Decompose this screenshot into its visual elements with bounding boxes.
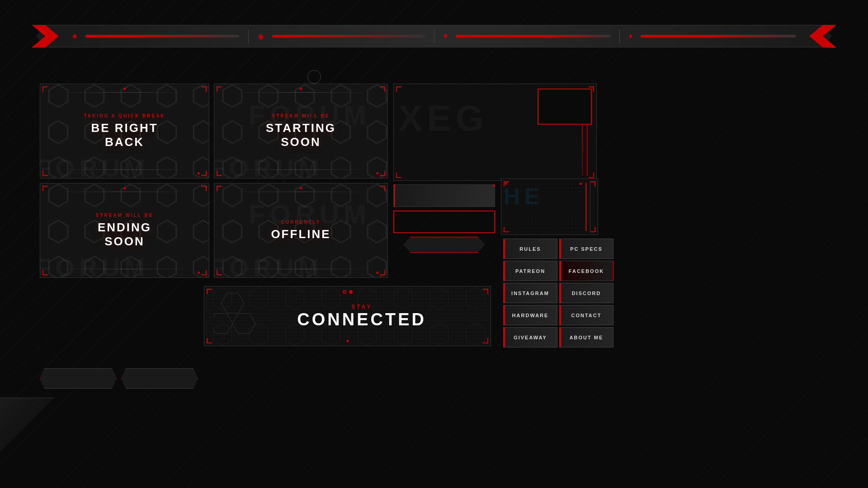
svg-marker-2 <box>232 314 255 333</box>
camera-overlay-panel: HE <box>501 178 598 235</box>
line-top-4 <box>232 192 369 192</box>
corner-tr-1 <box>201 86 207 92</box>
svg-marker-1 <box>213 314 233 333</box>
corner-bl-4 <box>217 270 222 275</box>
club-icon: ♣ <box>72 32 77 40</box>
dot-bottom-2 <box>376 172 378 174</box>
nav-buttons-grid: RULES PC SPECS PATREON FACEBOOK INSTAGRA… <box>503 239 613 347</box>
corner-br-3 <box>201 270 207 275</box>
nav-btn-facebook[interactable]: FACEBOOK <box>559 261 613 281</box>
offline-panel: CURRENTLY OFFLINE FORUM <box>214 183 388 278</box>
nav-btn-giveaway[interactable]: GIVEAWAY <box>503 327 557 347</box>
starting-title: STARTING SOON <box>258 121 344 149</box>
circle-icon: ◉ <box>258 32 264 41</box>
overlay-dot-tr <box>493 184 495 187</box>
line-bottom-3 <box>58 269 191 269</box>
starting-panel: STREAM WILL BE STARTING SOON FORUM <box>214 84 388 178</box>
connected-content: STAY CONNECTED <box>297 303 426 329</box>
corner-br-4 <box>380 270 385 275</box>
diamond-icon: ♦ <box>629 32 632 40</box>
corner-bl-2 <box>217 170 222 176</box>
hud-separator-3 <box>619 29 620 43</box>
nav-btn-patreon[interactable]: PATREON <box>503 261 557 281</box>
nav-btn-rules[interactable]: RULES <box>503 239 557 259</box>
cam-dot-tl <box>505 183 507 185</box>
overlay-dot-tl <box>393 184 396 187</box>
line-top-3 <box>58 192 191 192</box>
cam-dot-tr <box>580 183 582 185</box>
top-hud-bar: ♣ ◉ ♥ ♦ <box>36 25 832 47</box>
nav-btn-about-me[interactable]: ABOUT ME <box>559 327 613 347</box>
dot-bottom-3 <box>198 272 200 274</box>
ending-title: ENDING SOON <box>82 221 167 249</box>
stream-corner-bl <box>396 173 401 178</box>
cam-corner-br <box>590 227 595 232</box>
conn-corner-tl <box>207 289 212 294</box>
cam-accent-v2 <box>590 183 590 231</box>
svg-marker-0 <box>221 293 244 313</box>
nav-btn-pc-specs[interactable]: PC SPECS <box>559 239 613 259</box>
alert-bar-2 <box>121 368 198 389</box>
connected-panel: STAY CONNECTED <box>204 286 491 346</box>
hud-icon-item-1: ♣ <box>72 32 239 40</box>
nav-btn-discord[interactable]: DISCORD <box>559 283 613 303</box>
ending-subtitle: STREAM WILL BE <box>82 213 167 218</box>
corner-tl-1 <box>42 86 48 92</box>
stream-corner-br <box>589 173 594 178</box>
cam-accent-v <box>585 183 586 231</box>
line-bottom-2 <box>232 169 369 170</box>
alert-bars <box>40 368 198 389</box>
connected-subtitle: STAY <box>297 303 426 310</box>
conn-dots <box>343 290 353 294</box>
conn-dot-bottom <box>346 340 349 342</box>
nav-btn-giveaway-label: GIVEAWAY <box>514 335 547 340</box>
bottom-left-deco <box>0 398 90 488</box>
offline-subtitle: CURRENTLY <box>271 220 330 225</box>
top-deco-element <box>307 70 321 84</box>
conn-corner-tr <box>483 289 488 294</box>
dot-bottom-1 <box>198 172 200 174</box>
hud-bar-segment-2 <box>272 35 425 38</box>
hud-bar-segment-3 <box>456 35 610 38</box>
corner-bl-3 <box>42 270 48 275</box>
cam-corner-bl <box>504 227 509 232</box>
corner-tr-2 <box>380 86 385 92</box>
nav-btn-instagram-label: INSTAGRAM <box>511 291 549 296</box>
conn-corner-br <box>483 338 488 343</box>
connected-title: CONNECTED <box>297 310 426 329</box>
nav-btn-about-me-label: ABOUT ME <box>570 335 604 340</box>
brb-content: TAKING A QUICK BREAK BE RIGHT BACK <box>82 113 167 149</box>
nav-btn-facebook-label: FACEBOOK <box>569 268 604 274</box>
main-stream-panel: XEG <box>393 84 597 181</box>
hud-icon-item-4: ♦ <box>629 32 796 40</box>
nav-btn-instagram[interactable]: INSTAGRAM <box>503 283 557 303</box>
nav-btn-rules-label: RULES <box>519 246 541 252</box>
nav-btn-discord-label: DISCORD <box>572 291 601 296</box>
nav-btn-hardware-label: HARDWARE <box>512 313 549 318</box>
brb-subtitle: TAKING A QUICK BREAK <box>82 113 167 118</box>
hud-bar-segment-4 <box>641 35 796 38</box>
hud-icons-container: ♣ ◉ ♥ ♦ <box>36 25 832 47</box>
overlay-dark-bar <box>393 184 495 207</box>
line-bottom-1 <box>58 169 191 170</box>
brb-title: BE RIGHT BACK <box>82 121 167 149</box>
ending-panel: STREAM WILL BE ENDING SOON FORUM <box>40 183 209 278</box>
hud-separator-2 <box>434 29 434 43</box>
overlay-red-bar <box>393 211 495 233</box>
corner-tr-3 <box>201 186 207 191</box>
stream-corner-tl <box>396 86 401 92</box>
corner-tl-2 <box>217 86 222 92</box>
hud-separator-1 <box>248 29 249 43</box>
dot-top-1 <box>123 88 126 90</box>
alert-bar-1 <box>40 368 117 389</box>
dot-top-2 <box>300 88 302 90</box>
line-top-2 <box>232 92 369 93</box>
nav-btn-hardware[interactable]: HARDWARE <box>503 305 557 325</box>
dot-bottom-4 <box>376 272 378 274</box>
nav-btn-contact[interactable]: CONTACT <box>559 305 613 325</box>
overlay-arrow <box>404 237 485 253</box>
corner-br-2 <box>380 170 385 176</box>
dot-top-4 <box>300 187 302 189</box>
corner-tl-4 <box>217 186 222 191</box>
starting-content: STREAM WILL BE STARTING SOON <box>258 113 344 149</box>
